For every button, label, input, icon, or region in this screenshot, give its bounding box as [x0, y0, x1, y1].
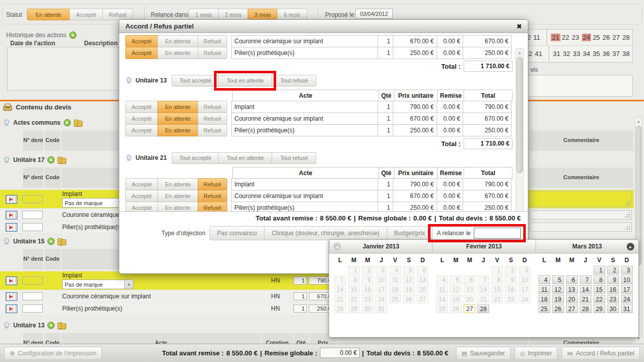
refuse-button[interactable]: Refusé	[198, 101, 227, 113]
statut-en-attente-button[interactable]: En attente	[27, 9, 70, 20]
calendar-day[interactable]: 22	[594, 295, 605, 303]
calendar-day[interactable]: 6	[566, 275, 578, 284]
tout-en-attente-button[interactable]: Tout en attente	[218, 152, 272, 164]
refuse-button[interactable]: Refusé	[198, 35, 227, 47]
calendar-day[interactable]: 30	[607, 304, 619, 313]
statut-refuse-button[interactable]: Refusé	[102, 9, 133, 20]
accord-refus-partiel-button[interactable]: ⋈ Accord / Refus partiel	[561, 347, 640, 360]
tooth-number[interactable]: 41	[535, 50, 542, 58]
accepte-button[interactable]: Accepté	[125, 101, 158, 113]
accepte-button[interactable]: Accepté	[125, 178, 158, 190]
add-act-icon[interactable]: +	[47, 322, 55, 329]
sauvegarder-button[interactable]: ▤ Sauvegarder	[456, 347, 511, 360]
calendar-day[interactable]: 26	[552, 304, 564, 313]
tooth-number[interactable]: 36	[603, 50, 610, 58]
en-attente-button[interactable]: En attente	[157, 101, 198, 113]
add-act-icon[interactable]: +	[47, 156, 55, 163]
qte-input[interactable]: 1	[293, 276, 307, 285]
refuse-button[interactable]: Refusé	[198, 190, 227, 202]
tooth-number[interactable]: 38	[623, 50, 630, 58]
tooth-number[interactable]: 28	[623, 34, 630, 41]
en-attente-button[interactable]: En attente	[157, 113, 198, 125]
accepte-button[interactable]: Accepté	[125, 47, 158, 59]
chevron-down-icon[interactable]: ▾	[124, 280, 133, 289]
refuse-button[interactable]: Refusé	[198, 178, 227, 190]
tooth-number[interactable]: 26	[603, 34, 610, 41]
relance-3mois-button[interactable]: 3 mois	[248, 9, 278, 20]
tooth-number[interactable]: 21	[551, 34, 560, 41]
dent-input[interactable]	[22, 211, 43, 219]
resize-grip[interactable]	[629, 229, 630, 230]
refuse-button[interactable]: Refusé	[198, 202, 227, 211]
calendar-day[interactable]: 31	[621, 304, 633, 313]
tooth-number[interactable]: 23	[572, 34, 579, 41]
tooth-number[interactable]: 25	[593, 34, 600, 41]
act-transfer-icon[interactable]: ▶	[6, 304, 17, 313]
resize-grip[interactable]	[629, 204, 630, 205]
accepte-button[interactable]: Accepté	[125, 190, 158, 202]
calendar-day[interactable]: 21	[580, 295, 592, 303]
dent-input[interactable]	[22, 276, 43, 285]
modal-scrollbar[interactable]: ▲ ▼	[516, 48, 524, 211]
calendar-day[interactable]: 9	[607, 275, 619, 284]
commentaire-input[interactable]	[530, 222, 632, 232]
accepte-button[interactable]: Accepté	[125, 35, 158, 47]
coins-icon[interactable]	[58, 322, 66, 329]
resize-grip[interactable]	[629, 216, 630, 217]
add-act-icon[interactable]: +	[64, 119, 71, 126]
dent-input[interactable]	[22, 304, 43, 313]
scrollbar-thumb[interactable]	[517, 57, 523, 173]
calendar-day[interactable]: 20	[566, 295, 578, 303]
calendar-day[interactable]: 13	[566, 285, 578, 294]
refuse-button[interactable]: Refusé	[198, 47, 227, 59]
tooth-number[interactable]: 22	[562, 34, 569, 41]
pas-convaincu-button[interactable]: Pas convaincu	[209, 226, 264, 240]
add-action-icon[interactable]: +	[69, 32, 76, 39]
calendar-day[interactable]: 14	[580, 285, 592, 294]
statut-accepte-button[interactable]: Accepté	[69, 9, 103, 20]
commentaire-input[interactable]	[530, 210, 632, 219]
imprimer-button[interactable]: ⎙ Imprimer	[515, 347, 557, 360]
tooth-number[interactable]: 35	[593, 50, 600, 58]
calendar-day[interactable]: 27	[566, 304, 578, 313]
tooth-number[interactable]: 33	[573, 50, 580, 58]
modal-header[interactable]: Accord / Refus partiel ✖	[119, 20, 528, 33]
tout-accepte-button[interactable]: Tout accepté	[172, 152, 219, 164]
act-transfer-icon[interactable]: ▶	[6, 223, 17, 232]
propose-date-input[interactable]: 03/04/2012	[355, 9, 393, 19]
calendar-day[interactable]: 19	[552, 295, 564, 303]
relance-2mois-button[interactable]: 2 mois	[218, 9, 248, 20]
calendar-day[interactable]: 5	[552, 275, 564, 284]
en-attente-button[interactable]: En attente	[157, 190, 198, 202]
calendar-day[interactable]: 11	[539, 285, 550, 294]
config-impression-button[interactable]: ⚙ Configuration de l'impression	[4, 347, 102, 360]
budget-prix-button[interactable]: Budget/prix	[387, 226, 433, 240]
relance-6mois-button[interactable]: 6 mois	[277, 9, 307, 20]
calendar-day[interactable]: 15	[594, 285, 605, 294]
accepte-button[interactable]: Accepté	[125, 113, 158, 125]
calendar-day[interactable]: 12	[552, 285, 564, 294]
accepte-button[interactable]: Accepté	[125, 202, 158, 211]
refuse-button[interactable]: Refusé	[198, 124, 227, 136]
calendar-day[interactable]: 16	[607, 285, 619, 294]
coins-icon[interactable]	[58, 156, 66, 164]
coins-icon[interactable]	[74, 119, 83, 127]
qte-input[interactable]: 1	[293, 304, 307, 313]
calendar-day[interactable]: 8	[594, 275, 605, 284]
tout-en-attente-button[interactable]: Tout en attente	[218, 75, 272, 87]
tooth-number[interactable]: 34	[583, 50, 590, 58]
tooth-number[interactable]: 37	[612, 50, 620, 58]
en-attente-button[interactable]: En attente	[157, 124, 198, 136]
calendar-day[interactable]: 3	[621, 266, 633, 274]
en-attente-button[interactable]: En attente	[157, 202, 198, 211]
clinique-button[interactable]: Clinique (douleur, chirurgie, anesthésie…	[264, 226, 387, 240]
calendar-day[interactable]: 29	[594, 304, 605, 313]
commentaire-input[interactable]	[530, 191, 632, 207]
calendar-day[interactable]: 18	[539, 295, 550, 303]
calendar-next-icon[interactable]: ▸	[627, 243, 634, 250]
en-attente-button[interactable]: En attente	[157, 178, 198, 190]
calendar-day[interactable]: 23	[607, 295, 619, 303]
tooth-number[interactable]: 24	[582, 34, 591, 41]
tout-accepte-button[interactable]: Tout accepté	[172, 75, 219, 87]
calendar-day[interactable]: 25	[539, 304, 550, 313]
